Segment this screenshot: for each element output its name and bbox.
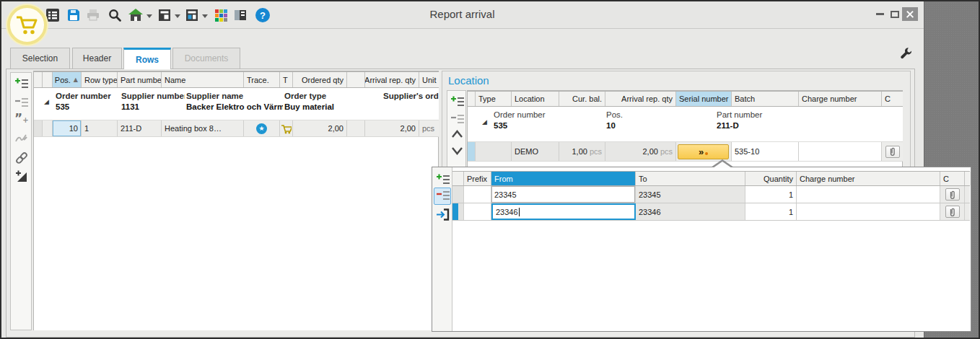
col-header-row-type[interactable]: Row type xyxy=(82,72,118,87)
col-header-arrival-rep-qty[interactable]: Arrival rep. qty xyxy=(605,92,676,106)
header-label: Quantity xyxy=(764,175,793,183)
cell-type[interactable] xyxy=(476,142,512,161)
minimize-button[interactable] xyxy=(874,7,885,21)
tab-rows[interactable]: Rows xyxy=(123,48,171,69)
window-split-icon[interactable] xyxy=(185,8,199,22)
layout-dropdown-caret[interactable] xyxy=(175,14,180,18)
popup-remove-row-icon[interactable] xyxy=(436,190,450,207)
cell-charge-number[interactable] xyxy=(799,142,882,161)
col-header-c[interactable]: C xyxy=(940,172,965,185)
signature-pen-icon[interactable] xyxy=(14,132,29,146)
cell-quantity[interactable]: 1 xyxy=(745,203,797,220)
serial-row[interactable]: 23345 23345 1 xyxy=(452,186,970,203)
move-up-icon[interactable] xyxy=(450,128,465,143)
group-field-order-number: Order number 535 xyxy=(56,92,119,111)
cell-unit: pcs xyxy=(660,147,673,156)
col-header-pos[interactable]: Pos.▲ xyxy=(53,72,82,87)
col-header-serial-number[interactable]: Serial number xyxy=(676,92,732,106)
remove-row-icon[interactable] xyxy=(14,96,29,110)
cell-prefix[interactable] xyxy=(464,203,491,220)
cell-t-cart[interactable] xyxy=(280,120,293,136)
cell-to[interactable]: 23346 xyxy=(636,203,745,220)
cell-pos[interactable]: 10 xyxy=(53,120,82,136)
tab-header[interactable]: Header xyxy=(72,48,122,69)
col-header-batch[interactable]: Batch xyxy=(732,92,799,106)
order-group-row[interactable]: ◢ Order number 535 Supplier number 1131 … xyxy=(34,88,439,120)
cell-from[interactable]: 23345 xyxy=(491,186,636,203)
menu-list-icon[interactable] xyxy=(45,8,60,22)
col-header-arrival-rep-qty[interactable]: Arrival rep. qty xyxy=(365,72,419,87)
group-expand-icon[interactable]: ◢ xyxy=(482,118,487,126)
cell-charge-number[interactable] xyxy=(797,186,940,203)
cell-charge-number[interactable] xyxy=(797,203,940,220)
print-icon[interactable] xyxy=(86,8,100,22)
popup-import-icon[interactable] xyxy=(436,208,450,225)
home-dropdown-caret[interactable] xyxy=(146,14,152,18)
close-button[interactable] xyxy=(902,7,918,21)
col-header-trace[interactable]: Trace. xyxy=(244,72,280,87)
col-header-charge-number[interactable]: Charge number xyxy=(799,92,882,106)
settings-wrench-icon[interactable] xyxy=(899,46,914,61)
col-header-location[interactable]: Location xyxy=(512,92,559,106)
search-icon[interactable] xyxy=(108,8,122,22)
cell-arrival-rep-qty[interactable]: 2,00 xyxy=(365,120,419,136)
col-header-type[interactable]: Type xyxy=(476,92,512,106)
cell-part-number[interactable]: 211-D xyxy=(118,120,162,136)
col-header-prefix[interactable]: Prefix xyxy=(464,172,491,185)
location-add-row-icon[interactable] xyxy=(450,95,465,110)
link-icon[interactable] xyxy=(14,151,29,165)
col-header-unit[interactable]: Unit xyxy=(419,72,439,87)
tab-documents[interactable]: Documents xyxy=(172,48,240,69)
cell-batch[interactable]: 535-10 xyxy=(732,142,799,161)
add-note-icon[interactable]: ”+ xyxy=(14,113,29,128)
attachment-button[interactable] xyxy=(945,206,960,218)
location-remove-row-icon[interactable] xyxy=(450,113,465,127)
cell-from-editing[interactable]: 23346 xyxy=(491,203,636,220)
split-dropdown-caret[interactable] xyxy=(202,14,208,18)
col-header-charge-number[interactable]: Charge number xyxy=(797,172,940,185)
cell-quantity[interactable]: 1 xyxy=(745,186,797,203)
header-label: Arrival rep. qty xyxy=(621,94,673,103)
cell-location[interactable]: DEMO xyxy=(512,142,559,161)
home-icon[interactable] xyxy=(128,8,142,22)
col-header-part-number[interactable]: Part number xyxy=(118,72,162,87)
cell-name[interactable]: Heating box 8… xyxy=(162,120,244,136)
col-header-name[interactable]: Name xyxy=(162,72,244,87)
col-header-from[interactable]: From xyxy=(491,172,636,185)
help-icon[interactable]: ? xyxy=(255,8,270,22)
serial-number-button[interactable]: » xyxy=(678,144,729,159)
cell-cur-bal[interactable]: 1,00pcs xyxy=(559,142,605,161)
col-header-to[interactable]: To xyxy=(636,172,745,185)
cell-row-type[interactable]: 1 xyxy=(82,120,118,136)
trace-star-icon: ★ xyxy=(256,123,267,134)
cell-to[interactable]: 23345 xyxy=(636,186,745,203)
cell-arrival-rep-qty[interactable]: 2,00pcs xyxy=(605,142,676,161)
attachment-button[interactable] xyxy=(885,146,900,158)
col-header-c[interactable]: C xyxy=(882,92,903,106)
cell-value: 23345 xyxy=(639,190,661,199)
attachment-button[interactable] xyxy=(945,188,960,201)
tab-selection[interactable]: Selection xyxy=(10,48,70,69)
add-row-icon[interactable] xyxy=(14,77,29,92)
color-palette-icon[interactable] xyxy=(214,8,228,22)
location-group-row[interactable]: ◢ Order number 535 Pos. 10 Part number 2… xyxy=(468,107,903,142)
cell-prefix[interactable] xyxy=(464,186,491,203)
cell-ordered-qty[interactable]: 2,00 xyxy=(293,120,347,136)
col-header-t[interactable]: T xyxy=(280,72,293,87)
move-down-icon[interactable] xyxy=(450,145,465,159)
save-icon[interactable] xyxy=(66,8,81,22)
app-logo-cart-icon[interactable] xyxy=(7,5,47,45)
maximize-button[interactable] xyxy=(889,7,901,21)
cell-unit[interactable]: pcs xyxy=(419,120,439,136)
report-book-icon[interactable] xyxy=(233,8,248,22)
serial-row[interactable]: 23346 23346 1 xyxy=(452,203,970,221)
col-header-ordered-qty[interactable]: Ordered qty xyxy=(293,72,347,87)
col-header-cur-bal[interactable]: Cur. bal. xyxy=(559,92,605,106)
window-layout-icon[interactable] xyxy=(157,8,172,22)
col-header-quantity[interactable]: Quantity xyxy=(745,172,797,185)
location-row[interactable]: DEMO 1,00pcs 2,00pcs » 535-10 xyxy=(468,142,903,162)
insert-part-icon[interactable] xyxy=(14,170,29,184)
order-row[interactable]: 10 1 211-D Heating box 8… ★ 2,00 2,00 pc… xyxy=(34,120,439,137)
cell-trace[interactable]: ★ xyxy=(244,120,280,136)
group-expand-icon[interactable]: ◢ xyxy=(44,98,49,105)
